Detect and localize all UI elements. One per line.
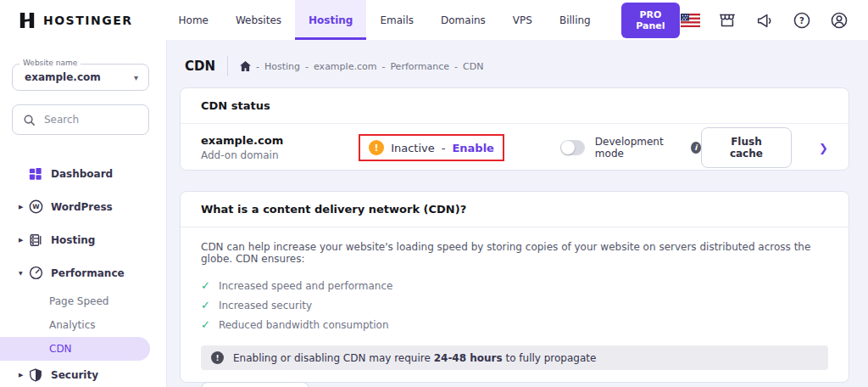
top-navbar: HOSTINGER Home Websites Hosting Emails D… (0, 0, 868, 40)
sidebar-item-dashboard[interactable]: Dashboard (0, 157, 166, 190)
nav-item-home[interactable]: Home (165, 0, 222, 40)
nav-item-websites[interactable]: Websites (222, 0, 295, 40)
dashboard-icon (28, 166, 43, 182)
cdn-status-row: example.com Add-on domain ! Inactive - E… (181, 124, 849, 171)
triangle-right-icon: ▶ (19, 372, 28, 379)
propagation-notice: ! Enabling or disabling CDN may require … (201, 345, 828, 370)
pro-panel-button[interactable]: PRO Panel (621, 3, 680, 38)
domain-type: Add-on domain (201, 149, 359, 161)
status-separator: - (442, 142, 446, 154)
sidebar-item-page-speed[interactable]: Page Speed (0, 289, 166, 313)
status-annotation-box: ! Inactive - Enable (359, 134, 504, 161)
benefit-text: Increased security (219, 300, 312, 311)
sidebar-item-label: WordPress (51, 201, 113, 213)
development-mode-toggle[interactable] (560, 140, 585, 155)
nav-item-vps[interactable]: VPS (499, 0, 546, 40)
breadcrumb-separator: - (381, 61, 385, 72)
svg-text:?: ? (799, 15, 804, 25)
cdn-status-card-title: CDN status (181, 88, 849, 124)
alert-icon: ! (211, 351, 224, 364)
sidebar-menu: Dashboard ▶ W WordPress ▶ (0, 157, 166, 387)
triangle-down-icon: ▼ (19, 270, 28, 276)
development-mode-block: Development mode i (560, 136, 701, 160)
notice-prefix: Enabling or disabling CDN may require (233, 352, 434, 364)
benefit-text: Increased speed and performance (219, 280, 393, 292)
sidebar-item-label: Hosting (51, 234, 95, 246)
check-icon: ✓ (201, 318, 210, 331)
cdn-description: CDN can help increase your website's loa… (201, 241, 828, 265)
home-icon[interactable] (240, 61, 251, 71)
info-icon[interactable]: i (691, 142, 701, 154)
learn-more-button[interactable]: Learn more (201, 382, 309, 387)
sidebar-item-hosting[interactable]: ▶ Hosting (0, 223, 166, 256)
navbar-actions: ? (680, 10, 849, 31)
breadcrumb: - Hosting - example.com - Performance - … (240, 61, 483, 72)
enable-link[interactable]: Enable (452, 142, 494, 154)
triangle-right-icon: ▶ (19, 204, 28, 210)
server-icon (28, 233, 43, 248)
sidebar-item-cdn[interactable]: CDN (0, 337, 150, 361)
cdn-status-card: CDN status example.com Add-on domain ! I… (180, 87, 849, 171)
cdn-info-card: What is a content delivery network (CDN)… (180, 191, 849, 383)
language-flag-icon[interactable] (680, 10, 700, 31)
toggle-knob (561, 141, 575, 154)
breadcrumb-item-hosting[interactable]: Hosting (264, 61, 300, 72)
sidebar-item-label: Security (51, 369, 98, 381)
page-title: CDN (185, 59, 215, 74)
sidebar-item-performance[interactable]: ▼ Performance (0, 256, 166, 289)
check-icon: ✓ (201, 299, 210, 311)
brand-name: HOSTINGER (43, 14, 133, 27)
development-mode-label: Development mode (595, 136, 681, 160)
nav-item-hosting[interactable]: Hosting (295, 0, 366, 40)
benefit-text: Reduced bandwidth consumption (219, 319, 389, 331)
sidebar-item-label: Performance (51, 267, 125, 279)
sidebar-item-wordpress[interactable]: ▶ W WordPress (0, 190, 166, 223)
breadcrumb-item-performance[interactable]: Performance (390, 61, 449, 72)
flush-cache-button[interactable]: Flush cache (701, 127, 792, 168)
primary-nav: Home Websites Hosting Emails Domains VPS… (165, 0, 604, 40)
sidebar: Website name example.com ▾ Dashboard ▶ (0, 40, 167, 387)
breadcrumb-item-domain[interactable]: example.com (314, 61, 376, 72)
benefit-list: ✓ Increased speed and performance ✓ Incr… (201, 276, 828, 334)
nav-item-domains[interactable]: Domains (427, 0, 499, 40)
warning-icon: ! (369, 140, 384, 155)
triangle-right-icon: ▶ (19, 237, 28, 244)
breadcrumb-separator: - (305, 61, 309, 72)
notice-highlight: 24-48 hours (434, 352, 503, 364)
cdn-info-body: CDN can help increase your website's loa… (181, 227, 849, 387)
chevron-right-icon[interactable]: ❯ (819, 142, 828, 154)
status-label: Inactive (391, 142, 435, 154)
sidebar-item-label: Dashboard (51, 168, 113, 180)
wordpress-icon: W (28, 199, 43, 215)
sidebar-item-analytics[interactable]: Analytics (0, 313, 166, 337)
breadcrumb-separator: - (454, 61, 458, 72)
caret-down-icon: ▾ (134, 73, 138, 82)
breadcrumb-item-cdn: CDN (463, 61, 483, 72)
nav-item-billing[interactable]: Billing (546, 0, 604, 40)
speedometer-icon (28, 266, 43, 281)
svg-text:W: W (32, 203, 40, 210)
megaphone-icon[interactable] (754, 10, 775, 31)
domain-block: example.com Add-on domain (201, 134, 359, 161)
website-selector[interactable]: Website name example.com ▾ (12, 64, 149, 91)
storefront-icon[interactable] (717, 10, 737, 31)
notice-text: Enabling or disabling CDN may require 24… (233, 352, 596, 364)
website-selector-value: example.com (23, 71, 101, 83)
notice-suffix: to fully propagate (503, 352, 597, 364)
nav-item-emails[interactable]: Emails (366, 0, 427, 40)
help-icon[interactable]: ? (792, 10, 812, 31)
list-item: ✓ Increased security (201, 295, 828, 315)
header-divider (227, 56, 228, 76)
search-icon (23, 114, 36, 126)
domain-name: example.com (201, 134, 359, 147)
list-item: ✓ Reduced bandwidth consumption (201, 315, 828, 334)
check-icon: ✓ (201, 279, 210, 292)
page-header: CDN - Hosting - example.com - Performanc… (185, 56, 483, 76)
sidebar-item-security[interactable]: ▶ Security (0, 361, 166, 387)
search-input[interactable] (44, 114, 129, 126)
cdn-info-card-title: What is a content delivery network (CDN)… (181, 192, 849, 227)
sidebar-search (12, 104, 149, 135)
hostinger-h-icon (19, 12, 36, 29)
account-icon[interactable] (829, 10, 849, 31)
hostinger-logo[interactable]: HOSTINGER (19, 12, 133, 29)
